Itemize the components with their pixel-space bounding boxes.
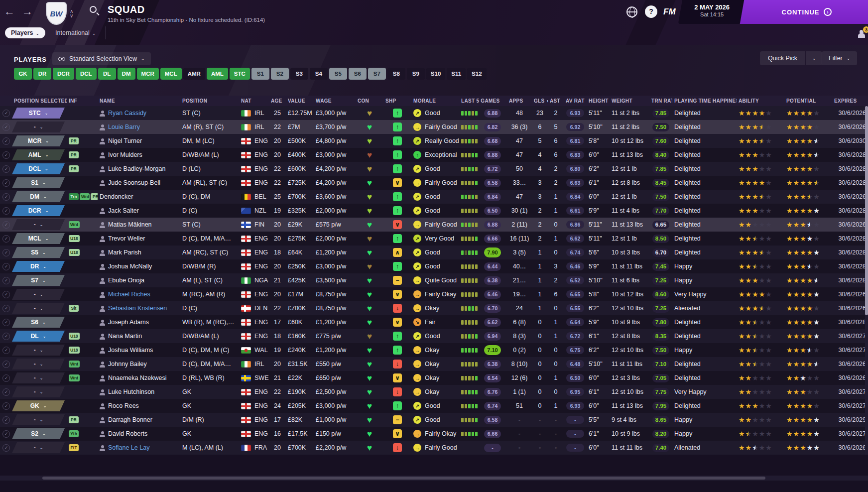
column-header-position-selected[interactable]: POSITION SELECTED <box>0 98 67 104</box>
player-name[interactable]: Matias Mäkinen <box>108 221 152 228</box>
position-selected-badge[interactable]: MCL⌄ <box>12 233 65 244</box>
player-name[interactable]: Jack Salter <box>108 207 139 214</box>
column-header-morale[interactable]: MORALE <box>411 98 459 104</box>
tab-s3[interactable]: S3 <box>290 68 308 80</box>
tab-s8[interactable]: S8 <box>387 68 405 80</box>
column-header-inf[interactable]: INF <box>67 98 98 104</box>
tab-dcr[interactable]: DCR <box>53 68 74 80</box>
horizontal-scrollbar-thumb[interactable] <box>42 477 765 480</box>
tab-s5[interactable]: S5 <box>329 68 347 80</box>
row-checkbox[interactable]: ✓ <box>2 235 10 243</box>
table-row[interactable]: ✓-⌄Louie BarryAM (R), ST (C)IRL22£7M£3,7… <box>0 120 868 134</box>
column-header-potential[interactable]: POTENTIAL <box>784 98 832 104</box>
tab-dcl[interactable]: DCL <box>76 68 97 80</box>
player-name[interactable]: Michael Riches <box>108 291 150 298</box>
position-selected-badge[interactable]: -⌄ <box>12 219 65 230</box>
club-logo[interactable]: BW <box>46 2 67 25</box>
player-name[interactable]: Nnaemeka Nzekwesi <box>108 374 166 381</box>
column-header-value[interactable]: VALUE <box>286 98 314 104</box>
position-selected-badge[interactable]: -⌄ <box>12 359 65 369</box>
position-selected-badge[interactable]: DCL⌄ <box>12 163 65 174</box>
column-header-expires[interactable]: EXPIRES <box>832 98 868 104</box>
vertical-scrollbar[interactable] <box>865 106 868 455</box>
tab-dr[interactable]: DR <box>33 68 51 80</box>
column-header-ability[interactable]: ABILITY <box>737 98 784 104</box>
tab-s7[interactable]: S7 <box>368 68 386 80</box>
player-name[interactable]: Ryan Cassidy <box>108 110 146 117</box>
info-badge-ftt[interactable]: FtT <box>69 444 79 451</box>
player-name[interactable]: Mark Parish <box>108 249 141 256</box>
table-row[interactable]: ✓STC⌄Ryan CassidyST (C)IRL25£12.75M£3,00… <box>0 106 868 120</box>
table-row[interactable]: ✓DL⌄U18Nana MartinD/WB/AM (L)ENG18£160K£… <box>0 329 868 343</box>
info-badge-u18[interactable]: U18 <box>69 249 80 256</box>
table-row[interactable]: ✓-⌄WntJohnny BaileyD (C), DM, M/A…IRL20£… <box>0 357 868 371</box>
tab-s11[interactable]: S11 <box>447 68 466 80</box>
info-badge-pr[interactable]: PR <box>69 416 79 423</box>
player-name[interactable]: Joshua Williams <box>108 347 153 354</box>
player-name[interactable]: Johnny Bailey <box>108 361 147 368</box>
row-checkbox[interactable]: ✓ <box>2 444 10 452</box>
table-row[interactable]: ✓-⌄Michael RichesM (RC), AM (R)ENG20£17M… <box>0 287 868 301</box>
column-header-name[interactable]: NAME <box>98 98 180 104</box>
tab-s6[interactable]: S6 <box>349 68 367 80</box>
tab-s4[interactable]: S4 <box>310 68 328 80</box>
row-checkbox[interactable]: ✓ <box>2 277 10 284</box>
column-header-con[interactable]: CON <box>356 98 383 104</box>
table-row[interactable]: ✓S5⌄U18Mark ParishAM (RC), ST (C)ENG18£6… <box>0 246 868 259</box>
tab-mcl[interactable]: MCL <box>160 68 182 80</box>
table-row[interactable]: ✓AML⌄PRIvor MuldersD/WB/AM (L)ENG20£400K… <box>0 148 868 162</box>
row-checkbox[interactable]: ✓ <box>2 291 10 298</box>
info-badge-wnt[interactable]: Wnt <box>80 193 90 200</box>
column-header-shp[interactable]: SHP <box>383 98 411 104</box>
info-badge-wnt[interactable]: Wnt <box>69 374 80 381</box>
table-row[interactable]: ✓S6⌄Joseph AdamsWB (R), M (RC),…ENG17£60… <box>0 315 868 329</box>
tab-s2[interactable]: S2 <box>271 68 289 80</box>
player-name[interactable]: Luke Badley-Morgan <box>108 165 165 172</box>
globe-icon[interactable] <box>626 6 637 17</box>
vertical-scrollbar-thumb[interactable] <box>865 106 868 315</box>
chevron-down-icon[interactable]: ⌄ <box>806 51 822 65</box>
table-row[interactable]: ✓MCL⌄U18Trevor WellerD (C), DM, M/A…ENG2… <box>0 232 868 246</box>
tab-aml[interactable]: AML <box>207 68 228 80</box>
quick-pick-button[interactable]: Quick Pick ⌄ <box>760 51 822 65</box>
position-selected-badge[interactable]: AML⌄ <box>12 149 65 160</box>
position-selected-badge[interactable]: -⌄ <box>12 414 65 425</box>
info-badge-wnt[interactable]: Wnt <box>69 361 80 368</box>
help-icon[interactable]: ? <box>645 5 657 18</box>
row-checkbox[interactable]: ✓ <box>2 263 10 270</box>
table-row[interactable]: ✓S2⌄YthDavid RobertsGKENG16£17.5K£150 p/… <box>0 427 868 441</box>
column-header-last-5-games[interactable]: LAST 5 GAMES <box>459 98 507 104</box>
row-checkbox[interactable]: ✓ <box>2 319 10 326</box>
position-selected-badge[interactable]: -⌄ <box>12 386 65 397</box>
table-row[interactable]: ✓-⌄WntNnaemeka NzekwesiD (RL), WB (R)SWE… <box>0 371 868 385</box>
table-row[interactable]: ✓S7⌄Ebube OnojaAM (L), ST (C)NGA21£425K£… <box>0 273 868 287</box>
position-selected-badge[interactable]: -⌄ <box>12 303 65 314</box>
row-checkbox[interactable]: ✓ <box>2 333 10 340</box>
column-header-av-rat[interactable]: AV RAT <box>564 98 587 104</box>
position-selected-badge[interactable]: STC⌄ <box>12 108 65 119</box>
player-name[interactable]: Ebube Onoja <box>108 277 144 284</box>
players-menu[interactable]: Players⌄ <box>5 27 45 38</box>
row-checkbox[interactable]: ✓ <box>2 123 10 131</box>
info-badge-yth[interactable]: Yth <box>69 430 79 437</box>
player-name[interactable]: Dendoncker <box>100 193 133 200</box>
tab-s1[interactable]: S1 <box>251 68 269 80</box>
table-row[interactable]: ✓GK⌄Roco ReesGKENG24£205K£3,000 p/w♥↑↗Go… <box>0 399 868 413</box>
column-header-age[interactable]: AGE <box>269 98 286 104</box>
table-row[interactable]: ✓DM⌄TrnWntPRDendonckerD (C), DMBEL25£700… <box>0 190 868 204</box>
player-name[interactable]: David Roberts <box>108 430 147 437</box>
player-name[interactable]: Darragh Bonner <box>108 416 152 423</box>
tab-dm[interactable]: DM <box>118 68 135 80</box>
player-name[interactable]: Nigel Turner <box>108 137 142 144</box>
position-selected-badge[interactable]: -⌄ <box>12 442 65 453</box>
row-checkbox[interactable]: ✓ <box>2 249 10 256</box>
position-selected-badge[interactable]: -⌄ <box>12 372 65 383</box>
info-badge-pr[interactable]: PR <box>69 151 79 158</box>
position-selected-badge[interactable]: S5⌄ <box>12 247 65 258</box>
table-row[interactable]: ✓-⌄WntMatias MäkinenST (C)FIN20£29K£575 … <box>0 218 868 232</box>
position-selected-badge[interactable]: GK⌄ <box>12 400 65 411</box>
column-header-trn-rat[interactable]: TRN RAT <box>649 98 672 104</box>
player-name[interactable]: Jude Soonsup-Bell <box>108 179 160 186</box>
player-name[interactable]: Sofiane Le Lay <box>108 444 149 451</box>
player-name[interactable]: Louie Barry <box>108 123 140 130</box>
